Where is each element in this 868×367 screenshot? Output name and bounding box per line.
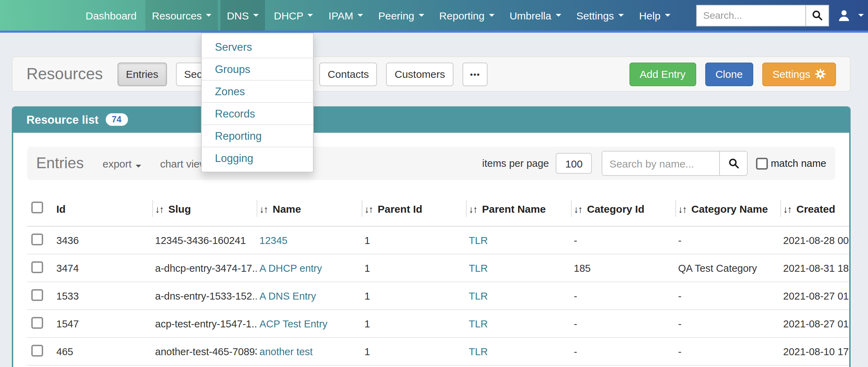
cell-name: A DHCP entry — [257, 254, 362, 282]
dns-menu-item-records[interactable]: Records — [202, 102, 313, 124]
row-checkbox[interactable] — [31, 233, 43, 245]
nav-item-ipam[interactable]: IPAM — [322, 0, 369, 31]
row-checkbox[interactable] — [31, 344, 43, 356]
nav-item-dns[interactable]: DNS — [220, 0, 265, 31]
cell-category-name: - — [675, 337, 780, 365]
table-header-row: Id↓↑Slug↓↑Name↓↑Parent Id↓↑Parent Name↓↑… — [27, 191, 851, 226]
user-menu-button[interactable] — [837, 9, 864, 22]
chevron-down-icon — [418, 14, 424, 17]
col-parent-id[interactable]: ↓↑Parent Id — [362, 191, 466, 226]
cell-id: 3474 — [54, 254, 152, 282]
name-search-group — [602, 151, 748, 176]
match-name-checkbox[interactable] — [756, 157, 768, 169]
tab-customers[interactable]: Customers — [386, 62, 453, 86]
col-label: Id — [56, 203, 66, 214]
entry-name-link[interactable]: A DHCP entry — [259, 262, 322, 274]
col-name[interactable]: ↓↑Name — [257, 191, 362, 226]
cell-name: ACP Test Entry — [257, 310, 362, 337]
sort-icon: ↓↑ — [678, 203, 686, 214]
col-created[interactable]: ↓↑Created — [780, 191, 851, 226]
tab-entries[interactable]: Entries — [118, 62, 167, 86]
clone-button[interactable]: Clone — [705, 62, 753, 86]
chart-view-link[interactable]: chart view — [160, 157, 207, 169]
row-checkbox[interactable] — [31, 317, 43, 328]
dns-menu-item-reporting[interactable]: Reporting — [202, 124, 313, 147]
nav-item-dhcp[interactable]: DHCP — [268, 0, 320, 31]
cell-slug: a-dns-entry-1533-152... — [152, 282, 257, 310]
entry-name-link[interactable]: another test — [259, 346, 313, 357]
items-per-page-input[interactable] — [556, 153, 592, 174]
cell-parent-id: 1 — [362, 254, 466, 282]
dns-menu-item-zones[interactable]: Zones — [202, 80, 313, 102]
more-tabs-button[interactable]: ••• — [463, 62, 488, 86]
cell-parent-name: TLR — [466, 254, 571, 282]
col-select — [27, 191, 54, 226]
col-category-id[interactable]: ↓↑Category Id — [571, 191, 675, 226]
cell-created: 2021-08-28 00 — [780, 226, 851, 254]
name-search-button[interactable] — [719, 152, 747, 175]
dns-menu-item-servers[interactable]: Servers — [202, 36, 313, 58]
entry-name-link[interactable]: ACP Test Entry — [259, 318, 328, 329]
table-row: 343612345-3436-160241123451TLR--2021-08-… — [27, 226, 851, 254]
col-label: Slug — [168, 203, 191, 214]
nav-item-dashboard[interactable]: Dashboard — [79, 0, 143, 31]
entry-name-link[interactable]: A DNS Entry — [259, 290, 316, 301]
col-category-name[interactable]: ↓↑Category Name — [675, 191, 780, 226]
cell-created: 2021-08-31 18 — [780, 254, 851, 282]
nav-item-resources[interactable]: Resources — [146, 0, 218, 31]
nav-search-input[interactable] — [697, 5, 805, 25]
cell-slug: acp-test-entry-1547-1... — [152, 310, 257, 337]
nav-item-help[interactable]: Help — [633, 0, 677, 31]
export-dropdown[interactable]: export — [103, 157, 141, 169]
nav-item-settings[interactable]: Settings — [570, 0, 630, 31]
add-entry-button[interactable]: Add Entry — [629, 62, 696, 86]
cell-id: 1533 — [54, 282, 152, 310]
tab-contacts[interactable]: Contacts — [319, 62, 377, 86]
cell-select — [27, 254, 54, 282]
cell-select — [27, 282, 54, 310]
nav-item-label: IPAM — [329, 9, 353, 21]
parent-name-link[interactable]: TLR — [469, 290, 488, 301]
col-parent-name[interactable]: ↓↑Parent Name — [466, 191, 571, 226]
button-label: Clone — [715, 68, 742, 80]
parent-name-link[interactable]: TLR — [469, 235, 488, 246]
col-slug[interactable]: ↓↑Slug — [152, 191, 257, 226]
cell-select — [27, 337, 54, 365]
row-checkbox[interactable] — [31, 289, 43, 301]
user-icon — [837, 9, 851, 22]
panel-title: Resource list — [26, 113, 98, 126]
nav-item-umbrella[interactable]: Umbrella — [503, 0, 567, 31]
gear-icon — [815, 69, 826, 79]
dns-menu-item-groups[interactable]: Groups — [202, 58, 313, 80]
cell-name: another test — [257, 337, 362, 365]
parent-name-link[interactable]: TLR — [469, 262, 488, 274]
select-all-checkbox[interactable] — [31, 202, 43, 213]
cell-created: 2021-08-27 01 — [780, 310, 851, 337]
nav-item-label: Help — [639, 9, 661, 21]
cell-parent-name: TLR — [466, 226, 571, 254]
nav-search-button[interactable] — [805, 5, 828, 25]
parent-name-link[interactable]: TLR — [469, 346, 488, 357]
items-per-page-label: items per page — [482, 158, 549, 169]
name-search-input[interactable] — [602, 152, 719, 175]
parent-name-link[interactable]: TLR — [469, 318, 488, 329]
top-nav: DashboardResourcesDNSDHCPIPAMPeeringRepo… — [0, 0, 868, 33]
cell-parent-name: TLR — [466, 282, 571, 310]
panel-header: Resource list 74 — [13, 106, 849, 133]
entry-name-link[interactable]: 12345 — [259, 235, 288, 246]
table-row: 1547acp-test-entry-1547-1...ACP Test Ent… — [27, 310, 851, 337]
chevron-down-icon — [357, 14, 363, 17]
sort-icon: ↓↑ — [155, 203, 163, 214]
col-label: Category Id — [587, 203, 644, 214]
cell-select — [27, 310, 54, 337]
button-label: Add Entry — [640, 68, 685, 80]
cell-created: 2021-08-10 17 — [780, 337, 851, 365]
cell-category-id: - — [571, 226, 675, 254]
col-label: Created — [796, 203, 835, 214]
nav-item-peering[interactable]: Peering — [372, 0, 430, 31]
row-checkbox[interactable] — [31, 261, 43, 273]
toolbar-right: items per page match name — [482, 151, 826, 176]
dns-menu-item-logging[interactable]: Logging — [202, 147, 313, 169]
nav-item-reporting[interactable]: Reporting — [433, 0, 500, 31]
settings-button[interactable]: Settings — [762, 62, 836, 86]
